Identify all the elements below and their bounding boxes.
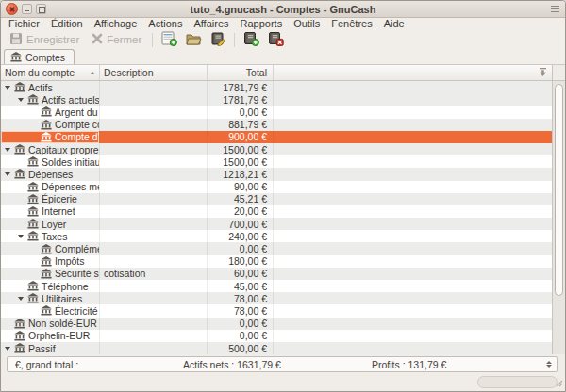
- menubar: FichierÉditionAffichageActionsAffairesRa…: [1, 18, 565, 30]
- toolbar-open-button[interactable]: [183, 31, 205, 49]
- expander-icon[interactable]: [16, 235, 25, 238]
- new-icon: [161, 31, 177, 48]
- row-filler: [274, 280, 552, 292]
- account-description: [100, 205, 208, 218]
- account-row[interactable]: Complémentaire m 0,00 €: [1, 242, 552, 254]
- account-row[interactable]: Loyer 700,00 €: [1, 218, 552, 230]
- column-header-name[interactable]: Nom du compte ▲: [1, 65, 100, 80]
- account-row[interactable]: Sécurité sociale cotisation 60,00 €: [1, 268, 552, 280]
- account-row[interactable]: Dépenses 1218,21 €: [1, 168, 552, 180]
- account-row[interactable]: Passif 500,00 €: [1, 342, 552, 354]
- row-filler: [274, 81, 552, 93]
- account-row[interactable]: Téléphone 45,00 €: [1, 280, 552, 292]
- menu-item[interactable]: Aide: [378, 18, 410, 30]
- account-row[interactable]: Compte d'épargne 900,00 €: [1, 131, 552, 143]
- row-filler: [274, 318, 552, 330]
- account-name-cell: Actifs: [1, 81, 100, 93]
- account-row[interactable]: Dépenses médicales 90,00 €: [1, 181, 552, 193]
- account-description: [100, 230, 208, 242]
- column-header-description-label: Description: [104, 67, 154, 78]
- bank-icon: [27, 219, 39, 229]
- account-row[interactable]: Non soldé-EUR 0,00 €: [1, 318, 552, 330]
- account-name-cell: Dépenses: [1, 168, 100, 180]
- toolbar-delete-account-button[interactable]: [265, 30, 287, 49]
- expander-icon[interactable]: [3, 148, 11, 152]
- column-header-description[interactable]: Description: [100, 65, 208, 80]
- account-total: 20,00 €: [208, 205, 274, 218]
- account-name-label: Capitaux propres: [28, 144, 100, 155]
- toolbar-close-button[interactable]: Fermer: [87, 32, 146, 47]
- account-row[interactable]: Capitaux propres 1500,00 €: [1, 143, 552, 155]
- resize-grip-icon[interactable]: [556, 374, 563, 391]
- scrollbar-thumb[interactable]: [555, 84, 563, 296]
- account-row[interactable]: Internet 20,00 €: [1, 205, 552, 218]
- menu-item[interactable]: Fichier: [3, 18, 45, 30]
- account-row[interactable]: Compte courant 881,79 €: [1, 119, 552, 131]
- account-name-label: Compte d'épargne: [55, 131, 100, 142]
- account-name-cell: Non soldé-EUR: [1, 318, 100, 330]
- toolbar-separator: [152, 33, 153, 47]
- account-name-label: Passif: [28, 343, 56, 354]
- toolbar-edit-button[interactable]: [208, 30, 228, 49]
- account-row[interactable]: Orphelin-EUR 0,00 €: [1, 330, 552, 342]
- account-row[interactable]: Épicerie 45,21 €: [1, 193, 552, 205]
- account-name-label: Sécurité sociale: [55, 268, 100, 279]
- add-account-icon: [243, 31, 259, 48]
- column-header-total[interactable]: Total: [208, 65, 274, 80]
- bank-icon: [41, 305, 52, 316]
- account-total: 0,00 €: [208, 318, 274, 330]
- toolbar-add-account-button[interactable]: [241, 30, 262, 49]
- menu-item[interactable]: Rapports: [235, 18, 289, 30]
- account-name-label: Actifs actuels: [42, 94, 100, 106]
- menu-item[interactable]: Outils: [288, 18, 325, 30]
- menu-item[interactable]: Fenêtres: [325, 18, 377, 30]
- expander-icon[interactable]: [3, 172, 11, 176]
- menu-item[interactable]: Édition: [45, 18, 89, 30]
- sort-ascending-icon: ▲: [90, 70, 95, 75]
- summary-bar: €, grand total : Actifs nets : 1631,79 €…: [7, 356, 558, 372]
- account-row[interactable]: Actifs 1781,79 €: [1, 81, 552, 93]
- account-name-cell: Complémentaire m: [1, 242, 100, 254]
- account-name-cell: Dépenses médicales: [1, 181, 100, 193]
- account-row[interactable]: Électricité 78,00 €: [1, 304, 552, 317]
- account-name-label: Téléphone: [42, 281, 89, 292]
- column-header-filler: [274, 65, 552, 80]
- expander-icon[interactable]: [16, 297, 25, 301]
- summary-spinner[interactable]: [544, 359, 554, 369]
- menu-item[interactable]: Actions: [142, 18, 188, 30]
- expander-icon[interactable]: [3, 347, 11, 351]
- account-description: [100, 131, 208, 143]
- row-filler: [274, 230, 552, 242]
- menu-item[interactable]: Affaires: [188, 18, 234, 30]
- account-total: 1781,79 €: [208, 93, 274, 106]
- row-filler: [274, 330, 552, 342]
- account-name-cell: Sécurité sociale: [1, 268, 100, 280]
- toolbar-save-button[interactable]: Enregistrer: [5, 31, 84, 48]
- account-row[interactable]: Actifs actuels 1781,79 €: [1, 93, 552, 106]
- account-row[interactable]: Utilitaires 78,00 €: [1, 292, 552, 304]
- account-description: [100, 181, 208, 193]
- account-row[interactable]: Taxes 240,00 €: [1, 230, 552, 242]
- progress-bar: [477, 376, 558, 388]
- account-name-label: Épicerie: [42, 193, 77, 204]
- vertical-scrollbar[interactable]: [552, 81, 565, 354]
- account-name-cell: Impôts: [1, 255, 100, 268]
- account-row[interactable]: Argent du porte-mo 0,00 €: [1, 106, 552, 118]
- menu-item[interactable]: Affichage: [89, 18, 143, 30]
- expander-icon[interactable]: [16, 98, 25, 102]
- expander-icon[interactable]: [3, 86, 11, 90]
- column-options-button[interactable]: [538, 67, 548, 79]
- account-name-label: Dépenses médicales: [42, 181, 100, 192]
- bank-icon: [41, 120, 52, 130]
- tab-comptes[interactable]: Comptes: [4, 49, 75, 64]
- row-filler: [274, 205, 552, 218]
- account-row[interactable]: Soldes initiaux 1500,00 €: [1, 155, 552, 168]
- account-row[interactable]: Impôts 180,00 €: [1, 255, 552, 268]
- profits-label: Profits : 131,79 €: [372, 359, 446, 370]
- account-name-cell: Utilitaires: [1, 292, 100, 304]
- row-filler: [274, 218, 552, 230]
- row-filler: [274, 181, 552, 193]
- window-menu-icon[interactable]: [551, 6, 559, 13]
- account-name-label: Complémentaire m: [55, 243, 100, 254]
- toolbar-new-button[interactable]: [158, 30, 180, 49]
